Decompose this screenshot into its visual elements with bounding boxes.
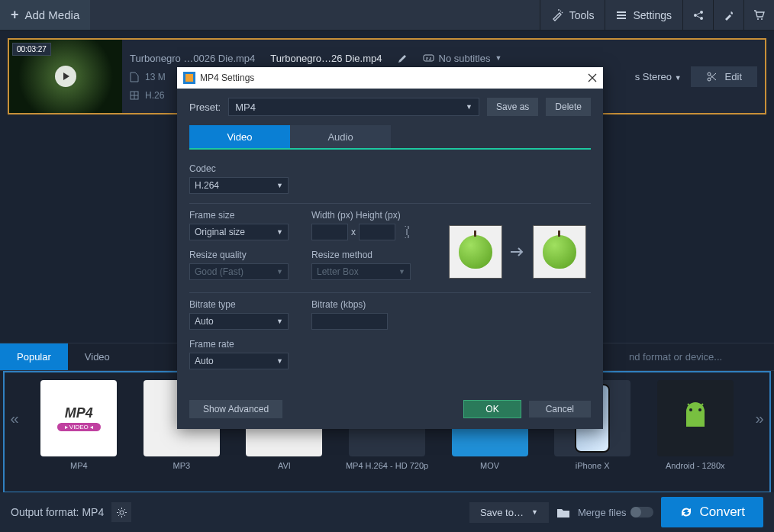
preview-after xyxy=(533,225,586,279)
svg-point-0 xyxy=(700,11,703,14)
edit-name-icon[interactable] xyxy=(398,53,408,63)
lock-aspect-icon[interactable] xyxy=(403,226,411,238)
svg-rect-13 xyxy=(185,74,193,82)
height-input[interactable] xyxy=(359,224,395,240)
svg-point-10 xyxy=(698,408,701,411)
dialog-title: MP4 Settings xyxy=(200,73,254,83)
save-to-button[interactable]: Save to… ▼ xyxy=(469,502,549,523)
format-icon-android xyxy=(657,380,734,456)
subtitle-icon xyxy=(423,53,434,63)
merge-files-toggle[interactable]: Merge files xyxy=(578,507,654,518)
frame-rate-select[interactable]: Auto ▼ xyxy=(189,353,289,369)
frame-size-label: Frame size xyxy=(189,210,289,221)
svg-rect-5 xyxy=(424,55,434,61)
resize-method-select[interactable]: Letter Box ▼ xyxy=(311,263,411,280)
cart-button[interactable] xyxy=(743,0,774,30)
share-icon xyxy=(693,10,704,21)
codec-label: Codec xyxy=(189,163,591,174)
frame-size-select[interactable]: Original size ▼ xyxy=(189,224,289,240)
format-prev-button[interactable]: « xyxy=(3,409,26,427)
folder-icon[interactable] xyxy=(556,507,570,518)
svg-point-3 xyxy=(757,18,759,20)
convert-button[interactable]: Convert xyxy=(661,497,763,527)
cart-icon xyxy=(753,9,765,21)
cancel-button[interactable]: Cancel xyxy=(529,401,591,418)
app-icon xyxy=(183,72,195,84)
share-button[interactable] xyxy=(682,0,713,30)
tab-video-settings[interactable]: Video xyxy=(189,125,290,148)
svg-point-2 xyxy=(700,17,703,20)
arrow-right-icon xyxy=(510,246,525,258)
frame-rate-label: Frame rate xyxy=(189,339,289,350)
video-thumbnail[interactable]: 00:03:27 xyxy=(9,40,122,113)
caret-down-icon: ▼ xyxy=(276,228,283,236)
ok-button[interactable]: OK xyxy=(463,400,521,418)
svg-point-7 xyxy=(708,73,711,76)
format-card-android[interactable]: Android - 1280x xyxy=(648,380,742,484)
caret-down-icon: ▼ xyxy=(675,74,682,82)
caret-down-icon: ▼ xyxy=(276,357,283,365)
format-next-button[interactable]: » xyxy=(748,409,771,427)
add-media-button[interactable]: + Add Media xyxy=(0,0,90,30)
wrench-icon xyxy=(724,10,734,21)
show-advanced-button[interactable]: Show Advanced xyxy=(189,400,282,418)
svg-point-8 xyxy=(708,78,711,81)
svg-point-4 xyxy=(761,18,763,20)
top-toolbar: + Add Media Tools Settings xyxy=(0,0,774,31)
file-size: 13 M xyxy=(145,72,166,82)
resize-quality-label: Resize quality xyxy=(189,250,289,260)
caret-down-icon: ▼ xyxy=(276,182,283,189)
format-card-mp4[interactable]: MP4 ▸ VIDEO ◂ MP4 xyxy=(32,380,126,484)
width-label: Width (px) xyxy=(311,210,353,221)
audio-channels-select[interactable]: s Stereo ▼ xyxy=(635,71,682,82)
resize-method-label: Resize method xyxy=(311,250,411,260)
preset-label: Preset: xyxy=(189,102,221,113)
add-media-label: Add Media xyxy=(25,8,80,21)
delete-preset-button[interactable]: Delete xyxy=(546,98,591,116)
preview-before xyxy=(449,225,502,279)
subtitles-select[interactable]: No subtitles ▼ xyxy=(423,53,502,64)
tab-audio-settings[interactable]: Audio xyxy=(290,125,391,148)
preset-select[interactable]: MP4 ▼ xyxy=(228,98,479,116)
svg-point-11 xyxy=(120,511,124,514)
tab-video[interactable]: Video xyxy=(68,343,127,370)
close-icon[interactable] xyxy=(588,73,597,82)
caret-down-icon: ▼ xyxy=(531,508,538,516)
bitrate-type-select[interactable]: Auto ▼ xyxy=(189,313,289,330)
bitrate-type-label: Bitrate type xyxy=(189,299,289,310)
gear-icon xyxy=(116,507,127,518)
edit-button[interactable]: Edit xyxy=(691,66,757,87)
caret-down-icon: ▼ xyxy=(466,103,472,111)
file-icon xyxy=(130,72,139,82)
settings-button[interactable]: Settings xyxy=(605,0,682,30)
wrench-button[interactable] xyxy=(713,0,743,30)
format-search-input[interactable]: nd format or device... xyxy=(621,343,774,370)
caret-down-icon: ▼ xyxy=(398,268,405,276)
resolution-icon xyxy=(130,91,139,100)
caret-down-icon: ▼ xyxy=(276,318,283,325)
resize-quality-select[interactable]: Good (Fast) ▼ xyxy=(189,263,289,280)
toggle-switch[interactable] xyxy=(630,507,653,517)
tools-button[interactable]: Tools xyxy=(540,0,605,30)
codec-select[interactable]: H.264 ▼ xyxy=(189,177,289,194)
svg-point-1 xyxy=(694,14,697,17)
bitrate-label: Bitrate (kbps) xyxy=(311,299,388,310)
duration-badge: 00:03:27 xyxy=(12,43,51,56)
resize-preview xyxy=(449,225,586,279)
tab-popular[interactable]: Popular xyxy=(0,343,68,370)
play-icon[interactable] xyxy=(55,66,76,87)
bottom-bar: Output format: MP4 Save to… ▼ Merge file… xyxy=(0,492,774,532)
refresh-icon xyxy=(679,505,693,519)
bitrate-input[interactable] xyxy=(311,313,388,330)
format-icon-mp4: MP4 ▸ VIDEO ◂ xyxy=(40,380,117,456)
wand-icon xyxy=(551,9,563,21)
caret-down-icon: ▼ xyxy=(276,268,283,276)
output-settings-button[interactable] xyxy=(111,502,131,522)
media-filename: Turbonegro …0026 Die.mp4 xyxy=(130,53,255,64)
media-controls: s Stereo ▼ Edit xyxy=(635,40,765,113)
width-input[interactable] xyxy=(311,224,348,240)
save-as-button[interactable]: Save as xyxy=(487,98,538,116)
mp4-settings-dialog: MP4 Settings Preset: MP4 ▼ Save as Delet… xyxy=(177,67,603,429)
height-label: Height (px) xyxy=(356,210,401,221)
svg-point-9 xyxy=(689,408,692,411)
